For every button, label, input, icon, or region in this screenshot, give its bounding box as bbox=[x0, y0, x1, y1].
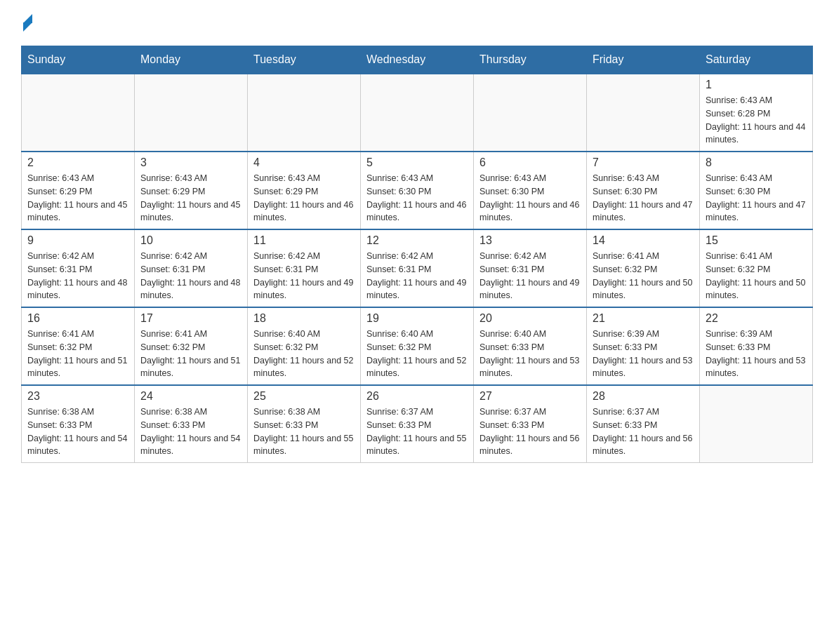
day-info: Sunrise: 6:38 AM Sunset: 6:33 PM Dayligh… bbox=[253, 405, 355, 458]
day-number: 18 bbox=[253, 312, 355, 325]
calendar-cell: 19Sunrise: 6:40 AM Sunset: 6:32 PM Dayli… bbox=[361, 307, 474, 385]
calendar-cell: 1Sunrise: 6:43 AM Sunset: 6:28 PM Daylig… bbox=[700, 74, 813, 152]
day-info: Sunrise: 6:43 AM Sunset: 6:30 PM Dayligh… bbox=[366, 172, 468, 224]
day-info: Sunrise: 6:43 AM Sunset: 6:30 PM Dayligh… bbox=[706, 172, 807, 224]
day-info: Sunrise: 6:42 AM Sunset: 6:31 PM Dayligh… bbox=[140, 250, 241, 302]
calendar-cell: 15Sunrise: 6:41 AM Sunset: 6:32 PM Dayli… bbox=[700, 229, 813, 307]
week-row-1: 1Sunrise: 6:43 AM Sunset: 6:28 PM Daylig… bbox=[22, 74, 813, 152]
day-info: Sunrise: 6:40 AM Sunset: 6:32 PM Dayligh… bbox=[253, 328, 355, 380]
logo bbox=[21, 14, 32, 32]
day-number: 10 bbox=[140, 234, 241, 247]
day-number: 14 bbox=[593, 234, 694, 247]
header-tuesday: Tuesday bbox=[248, 46, 361, 74]
day-number: 19 bbox=[366, 312, 468, 325]
calendar-cell bbox=[474, 74, 587, 152]
day-number: 17 bbox=[140, 312, 241, 325]
day-number: 2 bbox=[27, 156, 128, 169]
day-info: Sunrise: 6:39 AM Sunset: 6:33 PM Dayligh… bbox=[706, 328, 807, 380]
day-number: 8 bbox=[706, 156, 807, 169]
header-thursday: Thursday bbox=[474, 46, 587, 74]
day-info: Sunrise: 6:40 AM Sunset: 6:33 PM Dayligh… bbox=[479, 328, 581, 380]
calendar-cell: 14Sunrise: 6:41 AM Sunset: 6:32 PM Dayli… bbox=[587, 229, 700, 307]
day-info: Sunrise: 6:43 AM Sunset: 6:29 PM Dayligh… bbox=[27, 172, 128, 224]
calendar-cell: 5Sunrise: 6:43 AM Sunset: 6:30 PM Daylig… bbox=[361, 152, 474, 229]
calendar-cell: 26Sunrise: 6:37 AM Sunset: 6:33 PM Dayli… bbox=[361, 385, 474, 463]
day-info: Sunrise: 6:43 AM Sunset: 6:29 PM Dayligh… bbox=[253, 172, 355, 224]
day-number: 6 bbox=[479, 156, 581, 169]
calendar-cell: 8Sunrise: 6:43 AM Sunset: 6:30 PM Daylig… bbox=[700, 152, 813, 229]
day-number: 3 bbox=[140, 156, 241, 169]
calendar-cell bbox=[361, 74, 474, 152]
header-saturday: Saturday bbox=[700, 46, 813, 74]
day-info: Sunrise: 6:41 AM Sunset: 6:32 PM Dayligh… bbox=[27, 328, 128, 380]
day-info: Sunrise: 6:38 AM Sunset: 6:33 PM Dayligh… bbox=[140, 405, 241, 458]
calendar-table: SundayMondayTuesdayWednesdayThursdayFrid… bbox=[21, 46, 813, 463]
calendar-cell: 18Sunrise: 6:40 AM Sunset: 6:32 PM Dayli… bbox=[248, 307, 361, 385]
calendar-cell: 20Sunrise: 6:40 AM Sunset: 6:33 PM Dayli… bbox=[474, 307, 587, 385]
calendar-cell: 9Sunrise: 6:42 AM Sunset: 6:31 PM Daylig… bbox=[22, 229, 135, 307]
day-info: Sunrise: 6:43 AM Sunset: 6:28 PM Dayligh… bbox=[706, 94, 807, 147]
header-monday: Monday bbox=[135, 46, 248, 74]
day-info: Sunrise: 6:37 AM Sunset: 6:33 PM Dayligh… bbox=[593, 405, 694, 458]
calendar-cell: 7Sunrise: 6:43 AM Sunset: 6:30 PM Daylig… bbox=[587, 152, 700, 229]
calendar-cell: 10Sunrise: 6:42 AM Sunset: 6:31 PM Dayli… bbox=[135, 229, 248, 307]
day-info: Sunrise: 6:42 AM Sunset: 6:31 PM Dayligh… bbox=[479, 250, 581, 302]
day-number: 25 bbox=[253, 390, 355, 403]
day-info: Sunrise: 6:40 AM Sunset: 6:32 PM Dayligh… bbox=[366, 328, 468, 380]
day-info: Sunrise: 6:37 AM Sunset: 6:33 PM Dayligh… bbox=[479, 405, 581, 458]
day-number: 16 bbox=[27, 312, 128, 325]
day-number: 20 bbox=[479, 312, 581, 325]
calendar-cell bbox=[248, 74, 361, 152]
calendar-cell: 28Sunrise: 6:37 AM Sunset: 6:33 PM Dayli… bbox=[587, 385, 700, 463]
calendar-cell bbox=[587, 74, 700, 152]
calendar-cell: 21Sunrise: 6:39 AM Sunset: 6:33 PM Dayli… bbox=[587, 307, 700, 385]
day-info: Sunrise: 6:43 AM Sunset: 6:30 PM Dayligh… bbox=[593, 172, 694, 224]
calendar-cell: 27Sunrise: 6:37 AM Sunset: 6:33 PM Dayli… bbox=[474, 385, 587, 463]
calendar-cell: 22Sunrise: 6:39 AM Sunset: 6:33 PM Dayli… bbox=[700, 307, 813, 385]
header-wednesday: Wednesday bbox=[361, 46, 474, 74]
calendar-cell bbox=[135, 74, 248, 152]
day-info: Sunrise: 6:41 AM Sunset: 6:32 PM Dayligh… bbox=[593, 250, 694, 302]
day-number: 9 bbox=[27, 234, 128, 247]
calendar-cell: 13Sunrise: 6:42 AM Sunset: 6:31 PM Dayli… bbox=[474, 229, 587, 307]
day-info: Sunrise: 6:42 AM Sunset: 6:31 PM Dayligh… bbox=[253, 250, 355, 302]
day-number: 22 bbox=[706, 312, 807, 325]
day-number: 27 bbox=[479, 390, 581, 403]
week-row-2: 2Sunrise: 6:43 AM Sunset: 6:29 PM Daylig… bbox=[22, 152, 813, 229]
week-row-3: 9Sunrise: 6:42 AM Sunset: 6:31 PM Daylig… bbox=[22, 229, 813, 307]
day-number: 21 bbox=[593, 312, 694, 325]
day-number: 23 bbox=[27, 390, 128, 403]
calendar-cell: 3Sunrise: 6:43 AM Sunset: 6:29 PM Daylig… bbox=[135, 152, 248, 229]
calendar-cell: 23Sunrise: 6:38 AM Sunset: 6:33 PM Dayli… bbox=[22, 385, 135, 463]
header-friday: Friday bbox=[587, 46, 700, 74]
day-info: Sunrise: 6:42 AM Sunset: 6:31 PM Dayligh… bbox=[27, 250, 128, 302]
day-number: 12 bbox=[366, 234, 468, 247]
calendar-cell: 4Sunrise: 6:43 AM Sunset: 6:29 PM Daylig… bbox=[248, 152, 361, 229]
page-header bbox=[21, 14, 813, 32]
day-number: 11 bbox=[253, 234, 355, 247]
day-number: 24 bbox=[140, 390, 241, 403]
calendar-cell: 6Sunrise: 6:43 AM Sunset: 6:30 PM Daylig… bbox=[474, 152, 587, 229]
week-row-5: 23Sunrise: 6:38 AM Sunset: 6:33 PM Dayli… bbox=[22, 385, 813, 463]
calendar-cell: 2Sunrise: 6:43 AM Sunset: 6:29 PM Daylig… bbox=[22, 152, 135, 229]
day-info: Sunrise: 6:42 AM Sunset: 6:31 PM Dayligh… bbox=[366, 250, 468, 302]
calendar-cell: 17Sunrise: 6:41 AM Sunset: 6:32 PM Dayli… bbox=[135, 307, 248, 385]
calendar-cell: 16Sunrise: 6:41 AM Sunset: 6:32 PM Dayli… bbox=[22, 307, 135, 385]
day-number: 7 bbox=[593, 156, 694, 169]
calendar-cell: 24Sunrise: 6:38 AM Sunset: 6:33 PM Dayli… bbox=[135, 385, 248, 463]
day-info: Sunrise: 6:39 AM Sunset: 6:33 PM Dayligh… bbox=[593, 328, 694, 380]
calendar-cell: 25Sunrise: 6:38 AM Sunset: 6:33 PM Dayli… bbox=[248, 385, 361, 463]
calendar-cell bbox=[700, 385, 813, 463]
day-number: 1 bbox=[706, 79, 807, 91]
day-number: 5 bbox=[366, 156, 468, 169]
calendar-header-row: SundayMondayTuesdayWednesdayThursdayFrid… bbox=[22, 46, 813, 74]
day-number: 28 bbox=[593, 390, 694, 403]
day-number: 4 bbox=[253, 156, 355, 169]
week-row-4: 16Sunrise: 6:41 AM Sunset: 6:32 PM Dayli… bbox=[22, 307, 813, 385]
calendar-cell bbox=[22, 74, 135, 152]
day-number: 26 bbox=[366, 390, 468, 403]
day-info: Sunrise: 6:43 AM Sunset: 6:29 PM Dayligh… bbox=[140, 172, 241, 224]
day-info: Sunrise: 6:41 AM Sunset: 6:32 PM Dayligh… bbox=[140, 328, 241, 380]
day-info: Sunrise: 6:37 AM Sunset: 6:33 PM Dayligh… bbox=[366, 405, 468, 458]
day-number: 15 bbox=[706, 234, 807, 247]
